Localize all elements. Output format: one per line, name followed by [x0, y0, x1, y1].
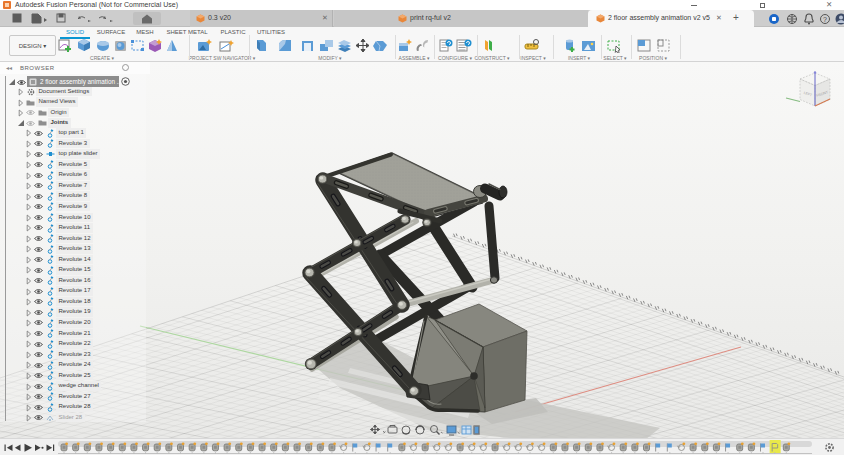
svg-text:?: ? — [823, 16, 827, 23]
